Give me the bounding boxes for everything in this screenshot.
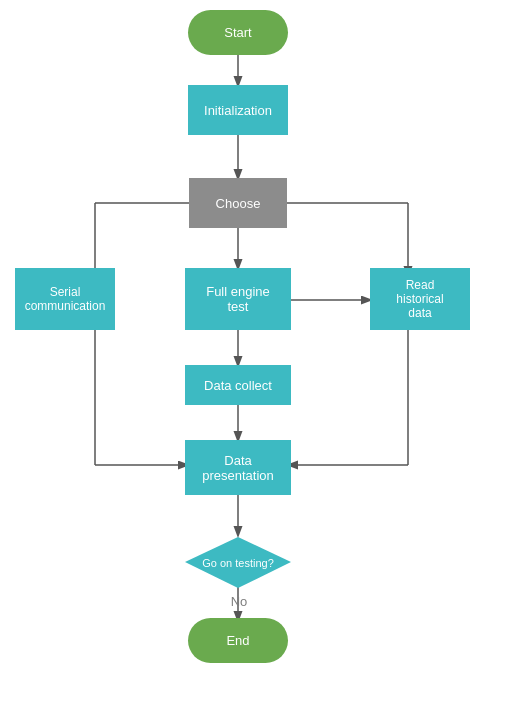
collect-node: Data collect xyxy=(185,365,291,405)
historical-node: Readhistoricaldata xyxy=(370,268,470,330)
engine-node: Full enginetest xyxy=(185,268,291,330)
testing-node: Go on testing? xyxy=(183,535,293,590)
start-node: Start xyxy=(188,10,288,55)
presentation-node: Datapresentation xyxy=(185,440,291,495)
choose-node: Choose xyxy=(189,178,287,228)
flowchart: Start Initialization Choose Serialcommun… xyxy=(0,0,524,711)
no-label: No xyxy=(225,593,253,609)
serial-node: Serialcommunication xyxy=(15,268,115,330)
end-node: End xyxy=(188,618,288,663)
init-node: Initialization xyxy=(188,85,288,135)
